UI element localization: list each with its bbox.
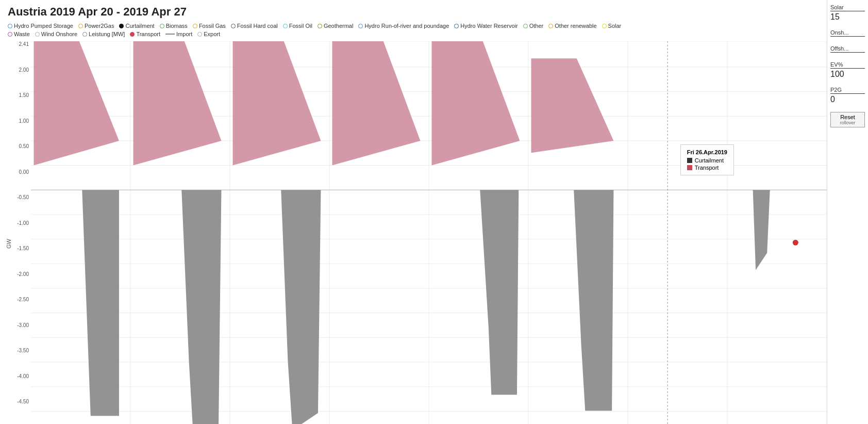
y-axis: 2.41 2.00 1.50 1.00 0.50 0.00 -0.50 -1.0… xyxy=(5,41,31,424)
p2g-stat: P2G 0 xyxy=(830,87,865,104)
offshore-label: Offsh... xyxy=(830,45,865,53)
legend-item-other[interactable]: Other xyxy=(523,23,544,29)
legend-item-power2gas[interactable]: Power2Gas xyxy=(78,23,114,29)
ev-stat: EV% 100 xyxy=(830,61,865,79)
chart-container: GW 2.41 2.00 1.50 1.00 0.50 0.00 -0.50 -… xyxy=(5,41,827,424)
svg-marker-32 xyxy=(432,41,520,166)
svg-marker-30 xyxy=(281,190,321,424)
legend-item-hydro-run[interactable]: Hydro Run-of-river and poundage xyxy=(358,23,449,29)
ev-label: EV% xyxy=(830,61,865,69)
tooltip-transport-swatch xyxy=(687,165,692,170)
legend-item-import[interactable]: Import xyxy=(165,31,192,37)
chart-legend: Hydro Pumped Storage Power2Gas Curtailme… xyxy=(5,23,827,37)
tooltip-curtailment-row: Curtailment xyxy=(687,157,727,164)
svg-marker-33 xyxy=(480,190,519,395)
p2g-value: 0 xyxy=(830,95,865,104)
y-axis-label: GW xyxy=(6,239,12,249)
tooltip-transport-label: Transport xyxy=(695,165,719,171)
legend-item-fossil-gas[interactable]: Fossil Gas xyxy=(193,23,226,29)
legend-item-waste[interactable]: Waste xyxy=(8,31,30,37)
legend-item-curtailment[interactable]: Curtailment xyxy=(119,23,154,29)
legend-item-hydro-pumped[interactable]: Hydro Pumped Storage xyxy=(8,23,73,29)
solar-label: Solar xyxy=(830,4,865,11)
solar-value: 15 xyxy=(830,12,865,22)
onshore-label: Onsh... xyxy=(830,29,865,37)
svg-marker-25 xyxy=(34,41,119,166)
legend-item-solar[interactable]: Solar xyxy=(602,23,622,29)
legend-item-fossil-hard-coal[interactable]: Fossil Hard coal xyxy=(231,23,278,29)
svg-marker-27 xyxy=(133,41,222,166)
legend-item-export[interactable]: Export xyxy=(197,31,220,37)
chart-svg xyxy=(31,41,827,424)
svg-marker-26 xyxy=(82,190,119,416)
legend-item-hydro-water[interactable]: Hydro Water Reservoir xyxy=(454,23,518,29)
legend-item-fossil-oil[interactable]: Fossil Oil xyxy=(283,23,312,29)
reset-button[interactable]: Reset rollover xyxy=(830,112,865,127)
svg-marker-29 xyxy=(233,41,321,166)
svg-marker-35 xyxy=(574,190,613,411)
legend-item-wind-onshore[interactable]: Wind Onshore xyxy=(35,31,77,37)
legend-item-other-renewable[interactable]: Other renewable xyxy=(548,23,596,29)
chart-plot-area[interactable]: Fri 26.Apr.2019 Curtailment Transport xyxy=(31,41,827,424)
right-sidebar: Solar 15 Onsh... Offsh... EV% 100 P2G 0 … xyxy=(827,0,868,424)
offshore-stat: Offsh... xyxy=(830,45,865,54)
legend-item-geothermal[interactable]: Geothermal xyxy=(318,23,353,29)
p2g-label: P2G xyxy=(830,87,865,94)
page-title: Austria 2019 Apr 20 - 2019 Apr 27 xyxy=(5,5,827,19)
legend-item-leistung[interactable]: Leistung [MW] xyxy=(82,31,125,37)
legend-item-transport[interactable]: Transport xyxy=(130,31,160,37)
solar-stat: Solar 15 xyxy=(830,4,865,22)
onshore-stat: Onsh... xyxy=(830,29,865,38)
tooltip-transport-row: Transport xyxy=(687,165,727,171)
tooltip-date: Fri 26.Apr.2019 xyxy=(687,149,727,155)
chart-tooltip: Fri 26.Apr.2019 Curtailment Transport xyxy=(680,144,734,175)
svg-marker-28 xyxy=(181,190,221,424)
svg-point-37 xyxy=(793,240,798,246)
legend-item-biomass[interactable]: Biomass xyxy=(160,23,188,29)
ev-value: 100 xyxy=(830,70,865,79)
svg-marker-31 xyxy=(332,41,421,166)
svg-marker-34 xyxy=(531,58,614,153)
tooltip-curtailment-swatch xyxy=(687,158,692,163)
tooltip-curtailment-label: Curtailment xyxy=(695,157,724,164)
svg-marker-36 xyxy=(753,190,770,270)
